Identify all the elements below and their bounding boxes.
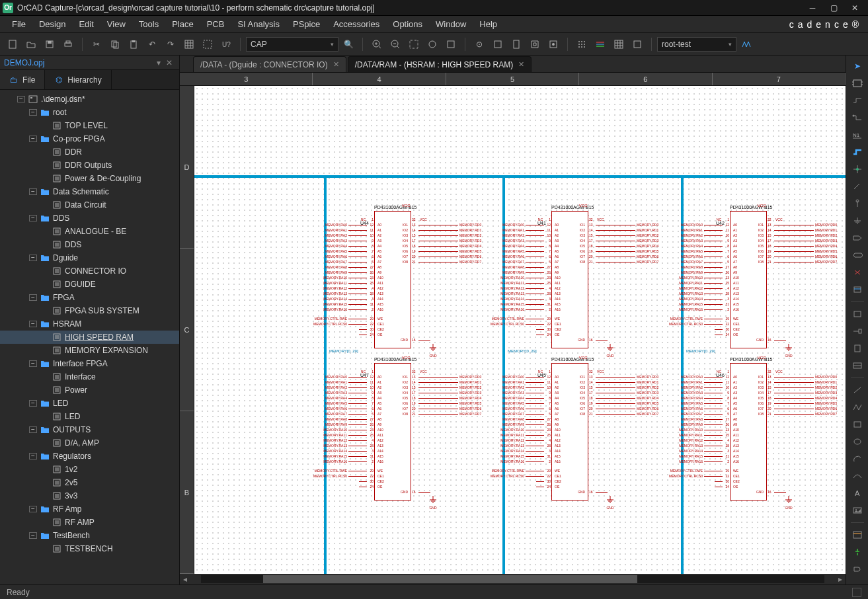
place-offpage-tool[interactable]: [849, 247, 866, 263]
layers-button[interactable]: [610, 36, 627, 53]
netlist-combo[interactable]: root-test▾: [657, 37, 736, 52]
tree-toggle-icon[interactable]: −: [29, 426, 37, 433]
place-junction-tool[interactable]: [849, 161, 866, 177]
place-net-alias-tool[interactable]: N1: [849, 127, 866, 143]
tree-item[interactable]: −Regulators: [0, 450, 179, 463]
place-ieee-tool[interactable]: [849, 561, 866, 577]
tree-toggle-icon[interactable]: −: [29, 255, 37, 261]
place-ole-tool[interactable]: [849, 527, 866, 543]
tree-toggle-icon[interactable]: −: [29, 136, 37, 142]
place-polyline-tool[interactable]: [849, 399, 866, 415]
ram-chip-U42[interactable]: PD431000AGW-B15VCCU42NC132VCCMEMORY.RA01…: [730, 205, 772, 348]
tab-close-icon[interactable]: ✕: [518, 60, 524, 69]
save-button[interactable]: [41, 36, 58, 53]
tree-item[interactable]: FPGA SUB SYSTEM: [0, 304, 179, 317]
tree-item[interactable]: Data Circuit: [0, 198, 179, 212]
tree-item[interactable]: −Co-proc FPGA: [0, 132, 179, 145]
tree-item[interactable]: TOP LEVEL: [0, 119, 179, 132]
place-ellipse-tool[interactable]: [849, 434, 866, 450]
tool-b-button[interactable]: [489, 36, 506, 53]
tree-toggle-icon[interactable]: −: [29, 400, 37, 407]
tree-item[interactable]: TESTBENCH: [0, 542, 179, 555]
menu-pspice[interactable]: PSpice: [286, 17, 327, 32]
part-combo[interactable]: CAP▾: [246, 37, 338, 52]
place-sheet-tool[interactable]: [849, 340, 866, 356]
undo-button[interactable]: ↶: [143, 36, 161, 53]
menu-tools[interactable]: Tools: [132, 17, 165, 32]
snap-grid-button[interactable]: [573, 36, 590, 53]
place-arc-tool[interactable]: [849, 451, 866, 467]
place-bus-entry-tool[interactable]: [849, 179, 866, 194]
search-button[interactable]: 🔍: [340, 36, 357, 53]
menu-help[interactable]: Help: [473, 17, 504, 32]
menu-place[interactable]: Place: [165, 17, 200, 32]
place-text-tool[interactable]: A: [849, 485, 866, 501]
tree-item[interactable]: −Dguide: [0, 251, 179, 264]
menu-design[interactable]: Design: [32, 17, 72, 32]
tree-item[interactable]: Interface: [0, 370, 179, 383]
copy-button[interactable]: [106, 36, 124, 53]
document-tab[interactable]: /DATA - (Dguide : CONNECTOR IO)✕: [193, 56, 346, 72]
place-block-tool[interactable]: [849, 306, 866, 322]
zoom-fit-button[interactable]: [405, 36, 422, 53]
tab-close-icon[interactable]: ✕: [333, 60, 339, 69]
tree-toggle-icon[interactable]: −: [29, 109, 37, 116]
place-title-tool[interactable]: [849, 358, 866, 374]
minimize-button[interactable]: ─: [802, 1, 823, 15]
menu-pcb[interactable]: PCB: [200, 17, 231, 32]
tree-item[interactable]: DDR: [0, 145, 179, 159]
hierarchy-tab[interactable]: ⌬ Hierarchy: [45, 70, 111, 89]
pointer-tool[interactable]: ➤: [849, 58, 866, 74]
tree-item[interactable]: −RF Amp: [0, 502, 179, 516]
place-wire-tool[interactable]: [849, 93, 866, 108]
redo-button[interactable]: ↷: [162, 36, 179, 53]
place-rect-tool[interactable]: [849, 417, 866, 432]
project-tree[interactable]: −.\demoj.dsn*−rootTOP LEVEL−Co-proc FPGA…: [0, 90, 179, 584]
tree-item[interactable]: −HSRAM: [0, 317, 179, 331]
tree-item[interactable]: −OUTPUTS: [0, 423, 179, 436]
tree-item[interactable]: 2v5: [0, 476, 179, 489]
tool-c-button[interactable]: [508, 36, 525, 53]
menu-view[interactable]: View: [100, 17, 132, 32]
tree-item[interactable]: DDR Outputs: [0, 159, 179, 172]
tree-item[interactable]: CONNECTOR IO: [0, 264, 179, 278]
place-pin-tool[interactable]: [849, 323, 866, 339]
place-ground-tool[interactable]: [849, 213, 866, 229]
tree-item[interactable]: MEMORY EXPANSION: [0, 344, 179, 357]
menu-si-analysis[interactable]: SI Analysis: [231, 17, 286, 32]
ram-chip-U47[interactable]: PD431000AGW-B15VCCU47NC132VCCMEMORY.RA01…: [374, 357, 416, 500]
tree-item[interactable]: 1v2: [0, 463, 179, 476]
print-button[interactable]: [59, 36, 77, 53]
place-curve-tool[interactable]: [849, 468, 866, 484]
tree-item[interactable]: −Interface FPGA: [0, 357, 179, 370]
tool-e-button[interactable]: [545, 36, 562, 53]
close-button[interactable]: ✕: [844, 1, 865, 15]
place-part-tool[interactable]: [849, 75, 866, 91]
tree-item[interactable]: −DDS: [0, 212, 179, 225]
zoom-in-button[interactable]: [368, 36, 385, 53]
menu-options[interactable]: Options: [386, 17, 429, 32]
place-power-tool[interactable]: [849, 196, 866, 212]
tree-item[interactable]: −.\demoj.dsn*: [0, 93, 179, 106]
tree-item[interactable]: HIGH SPEED RAM: [0, 331, 179, 344]
ram-chip-U41[interactable]: PD431000AGW-B15VCCU41NC132VCCMEMORY.RA01…: [551, 205, 594, 348]
annotate-button[interactable]: U?: [217, 36, 235, 53]
tree-toggle-icon[interactable]: −: [17, 96, 25, 102]
panel-dropdown-icon[interactable]: ▾: [154, 58, 163, 67]
scroll-thumb[interactable]: [263, 575, 637, 583]
tree-toggle-icon[interactable]: −: [29, 188, 37, 195]
tree-toggle-icon[interactable]: −: [29, 453, 37, 459]
menu-file[interactable]: File: [5, 17, 32, 32]
place-line-tool[interactable]: [849, 382, 866, 398]
tree-item[interactable]: −root: [0, 106, 179, 119]
place-port-tool[interactable]: [849, 230, 866, 246]
new-button[interactable]: [4, 36, 21, 53]
zoom-area-button[interactable]: [424, 36, 441, 53]
netgroup-tool[interactable]: [849, 282, 866, 298]
tree-item[interactable]: ANALOGUE - BE: [0, 225, 179, 238]
horizontal-scrollbar[interactable]: ◂ ▸: [180, 574, 846, 584]
grid-button[interactable]: [180, 36, 198, 53]
tool-a-button[interactable]: ⊙: [471, 36, 488, 53]
file-tab[interactable]: 🗀 File: [0, 70, 45, 89]
tree-item[interactable]: −Data Schematic: [0, 185, 179, 198]
